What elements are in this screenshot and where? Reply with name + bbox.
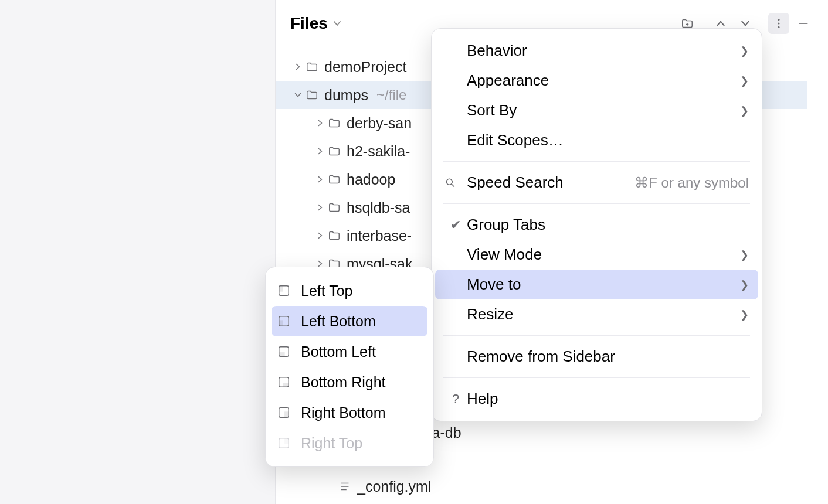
dock-left-bottom-icon	[277, 315, 293, 328]
chevron-right-icon[interactable]	[316, 147, 328, 155]
folder-icon	[306, 88, 318, 101]
chevron-right-icon[interactable]	[294, 63, 306, 71]
file-lines-icon	[338, 480, 351, 493]
menu-item-shortcut: ⌘F or any symbol	[634, 175, 749, 191]
dock-right-bottom-icon	[277, 406, 293, 419]
tree-item-label: _config.yml	[357, 478, 431, 495]
folder-icon	[306, 60, 318, 73]
menu-item-group-tabs[interactable]: ✔Group Tabs	[432, 210, 762, 240]
chevron-right-icon: ❯	[740, 45, 749, 57]
dock-bottom-left-icon	[277, 345, 293, 358]
menu-item-sort-by[interactable]: Sort By❯	[432, 96, 762, 125]
svg-line-8	[452, 184, 454, 186]
menu-item-remove-sidebar[interactable]: Remove from Sidebar	[432, 342, 762, 372]
svg-point-1	[778, 22, 779, 24]
menu-separator	[443, 335, 750, 336]
submenu-item-right-bottom[interactable]: Right Bottom	[266, 397, 433, 428]
submenu-item-left-top[interactable]: Left Top	[266, 275, 433, 306]
dock-right-top-icon	[277, 437, 293, 449]
menu-item-label: Sort By	[467, 101, 740, 120]
tree-item-label: derby-san	[347, 115, 412, 132]
submenu-item-label: Right Top	[301, 435, 362, 452]
left-gutter	[0, 0, 276, 504]
menu-separator	[443, 161, 750, 162]
more-options-icon[interactable]	[768, 13, 789, 34]
menu-item-move-to[interactable]: Move to❯	[435, 270, 758, 299]
svg-rect-18	[285, 412, 289, 417]
folder-icon	[328, 117, 341, 130]
menu-item-label: View Mode	[467, 246, 740, 264]
submenu-item-label: Right Bottom	[301, 404, 386, 421]
svg-rect-16	[283, 383, 289, 387]
move-to-submenu: Left Top Left Bottom Bottom Left Bottom …	[265, 267, 434, 467]
chevron-right-icon[interactable]	[316, 231, 328, 240]
folder-icon	[328, 201, 341, 214]
dock-bottom-right-icon	[277, 376, 293, 389]
menu-item-appearance[interactable]: Appearance❯	[432, 66, 762, 96]
submenu-item-label: Bottom Right	[301, 374, 386, 391]
chevron-right-icon: ❯	[740, 278, 749, 291]
svg-rect-20	[285, 438, 289, 444]
svg-rect-10	[279, 286, 283, 291]
svg-rect-14	[279, 353, 284, 356]
menu-item-edit-scopes[interactable]: Edit Scopes…	[432, 125, 762, 155]
svg-point-7	[446, 179, 452, 185]
folder-icon	[328, 173, 341, 186]
svg-point-2	[778, 26, 779, 28]
menu-item-resize[interactable]: Resize❯	[432, 299, 762, 329]
chevron-right-icon: ❯	[740, 74, 749, 87]
tree-item-label: hadoop	[347, 171, 395, 188]
submenu-item-bottom-left[interactable]: Bottom Left	[266, 336, 433, 367]
menu-item-label: Move to	[467, 275, 740, 294]
submenu-item-label: Bottom Left	[301, 343, 376, 360]
tree-item-label: interbase-	[347, 227, 412, 244]
menu-item-view-mode[interactable]: View Mode❯	[432, 240, 762, 270]
chevron-right-icon[interactable]	[316, 175, 328, 183]
submenu-item-right-top: Right Top	[266, 428, 433, 458]
chevron-right-icon: ❯	[740, 104, 749, 117]
tree-item-label: demoProject	[324, 59, 406, 76]
submenu-item-bottom-right[interactable]: Bottom Right	[266, 367, 433, 397]
menu-item-label: Speed Search	[467, 173, 634, 192]
chevron-right-icon: ❯	[740, 248, 749, 261]
menu-item-label: Remove from Sidebar	[467, 348, 749, 366]
svg-rect-12	[279, 321, 283, 326]
menu-item-label: Help	[467, 390, 749, 408]
menu-item-label: Edit Scopes…	[467, 131, 749, 149]
chevron-right-icon[interactable]	[316, 203, 328, 212]
chevron-right-icon: ❯	[740, 308, 749, 321]
submenu-item-label: Left Bottom	[301, 313, 376, 330]
submenu-item-label: Left Top	[301, 282, 353, 299]
check-icon: ✔	[444, 217, 467, 233]
folder-icon	[328, 229, 341, 242]
menu-item-label: Group Tabs	[467, 216, 749, 234]
svg-point-0	[778, 19, 779, 21]
folder-icon	[328, 145, 341, 158]
menu-item-speed-search[interactable]: Speed Search ⌘F or any symbol	[432, 168, 762, 197]
menu-separator	[443, 203, 750, 204]
dock-left-top-icon	[277, 284, 293, 297]
menu-separator	[443, 377, 750, 378]
chevron-right-icon[interactable]	[316, 119, 328, 127]
search-icon	[444, 177, 467, 189]
tree-item-label: hsqldb-sa	[347, 199, 410, 216]
separator	[762, 15, 762, 32]
menu-item-help[interactable]: ?Help	[432, 384, 762, 414]
help-icon: ?	[444, 391, 467, 407]
options-menu: Behavior❯ Appearance❯ Sort By❯ Edit Scop…	[431, 28, 762, 421]
menu-item-label: Appearance	[467, 71, 740, 90]
tree-item-label: dumps	[324, 87, 368, 104]
menu-item-label: Resize	[467, 305, 740, 323]
panel-title[interactable]: Files	[290, 14, 328, 33]
minimize-icon[interactable]	[793, 13, 814, 34]
tree-item-path: ~/file	[376, 87, 406, 103]
chevron-down-icon[interactable]	[332, 19, 342, 28]
tree-item-config[interactable]: _config.yml	[276, 472, 828, 500]
tree-item-label: h2-sakila-	[347, 143, 410, 160]
chevron-down-icon[interactable]	[294, 91, 306, 99]
menu-item-label: Behavior	[467, 42, 740, 60]
menu-item-behavior[interactable]: Behavior❯	[432, 36, 762, 66]
submenu-item-left-bottom[interactable]: Left Bottom	[272, 306, 427, 336]
